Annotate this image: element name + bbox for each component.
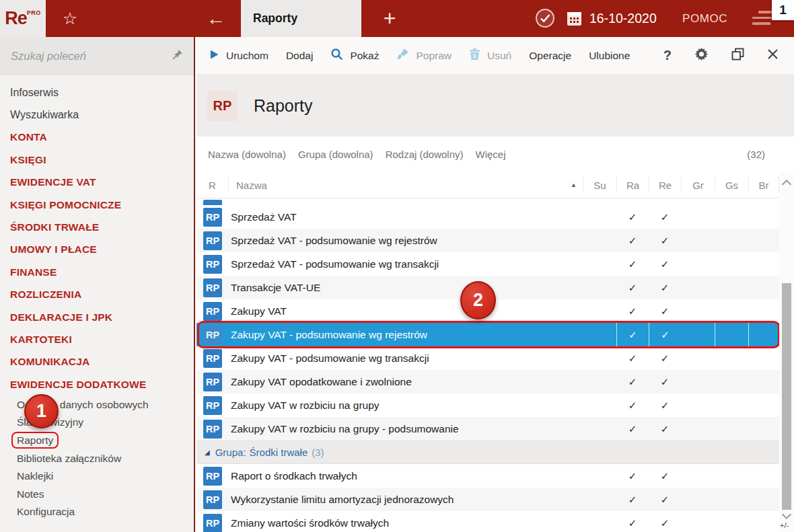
new-tab-button[interactable]: + [374, 0, 405, 37]
checkmark-icon: ✓ [649, 370, 681, 393]
status-check-circle-icon[interactable] [534, 7, 556, 32]
sidebar-item-umowy-i-place[interactable]: UMOWY I PŁACE [0, 239, 194, 261]
report-type-icon: RP [203, 467, 222, 486]
sidebar-item-slad-rewizyjny[interactable]: Ślad rewizyjny [0, 414, 194, 432]
table-row[interactable]: RPZmiany wartości środków trwałych✓✓ [196, 511, 779, 532]
filter-kind[interactable]: Rodzaj (dowolny) [386, 149, 464, 160]
column-header-nazwa[interactable]: Nazwa▲ [228, 177, 583, 193]
main-panel: UruchomDodajPokażPoprawUsuńOperacjeUlubi… [196, 37, 794, 532]
sidebar-item-ksiegi[interactable]: KSIĘGI [0, 149, 194, 171]
table-row[interactable]: RPSprzedaż VAT - podsumowanie wg rejestr… [196, 229, 779, 252]
table-row[interactable]: RPWykorzystanie limitu amortyzacji jedno… [196, 488, 779, 511]
sidebar-item-deklaracje-i-jpk[interactable]: DEKLARACJE I JPK [0, 306, 194, 328]
column-header-gs[interactable]: Gs [715, 177, 748, 193]
filter-group[interactable]: Grupa (dowolna) [298, 149, 373, 160]
sidebar-item-srodki-trwale[interactable]: ŚRODKI TRWAŁE [0, 216, 194, 238]
table-row-selected[interactable]: RPZakupy VAT - podsumowanie wg rejestrów… [196, 323, 779, 346]
column-header-br[interactable]: Br [748, 177, 779, 193]
sidebar-item-ewidencje-vat[interactable]: EWIDENCJE VAT [0, 172, 194, 194]
sidebar-item-label: Ochrona danych osobowych [17, 399, 149, 411]
table-row[interactable]: RPSprzedaż VAT✓✓ [196, 205, 779, 229]
help-button[interactable]: ? [652, 48, 683, 63]
settings-button[interactable] [683, 47, 720, 64]
close-button[interactable] [756, 48, 790, 63]
sidebar-item-label: Biblioteka załączników [17, 453, 121, 465]
vertical-scrollbar[interactable]: +/- [779, 173, 794, 532]
report-type-icon: RP [203, 302, 222, 321]
column-header-ra[interactable]: Ra [616, 177, 649, 193]
sidebar-item-ksiegi-pomocnicze[interactable]: KSIĘGI POMOCNICZE [0, 194, 194, 216]
sidebar-item-label: KARTOTEKI [10, 334, 72, 346]
sidebar-item-label: Wyszukiwarka [10, 109, 79, 121]
edit-button[interactable]: Popraw [388, 37, 460, 74]
table-row[interactable]: RPZakupy VAT w rozbiciu na grupy✓✓ [196, 393, 779, 417]
expand-collapse-label[interactable]: +/- [780, 521, 789, 529]
report-name: Zakupy VAT [222, 305, 583, 317]
column-header-gr[interactable]: Gr [681, 177, 715, 193]
cascade-windows-button[interactable] [720, 48, 756, 63]
cell-su [583, 323, 616, 346]
sidebar-item-infoserwis[interactable]: Infoserwis [0, 81, 194, 104]
group-row[interactable]: ◢Grupa:Środki trwałe(3) [196, 441, 779, 464]
column-header-su[interactable]: Su [583, 177, 616, 193]
sidebar-item-ochrona-danych-osobowych[interactable]: Ochrona danych osobowych [0, 395, 194, 414]
sidebar-item-finanse[interactable]: FINANSE [0, 261, 194, 283]
operations-button[interactable]: Operacje [520, 37, 580, 74]
sidebar-item-komunikacja[interactable]: KOMUNIKACJA [0, 351, 194, 373]
current-date[interactable]: 16-10-2020 [589, 0, 657, 37]
close-icon [767, 48, 779, 63]
back-arrow-button[interactable]: ← [199, 0, 233, 37]
calendar-icon[interactable] [567, 11, 582, 29]
pin-icon[interactable] [172, 49, 183, 63]
table-row[interactable]: RPTransakcje VAT-UE✓✓ [196, 276, 779, 299]
help-menu[interactable]: POMOC [682, 0, 727, 37]
table-row[interactable]: RPZakupy VAT - podsumowanie wg transakcj… [196, 346, 779, 370]
cell-gr [681, 205, 715, 229]
cell-br [748, 346, 779, 370]
filter-name[interactable]: Nazwa (dowolna) [208, 149, 286, 160]
table-row[interactable]: RPRaport o środkach trwałych✓✓ [196, 464, 779, 488]
sidebar-item-rozliczenia[interactable]: ROZLICZENIA [0, 284, 194, 306]
run-button[interactable]: Uruchom [201, 37, 277, 74]
scroll-down-icon[interactable] [782, 510, 791, 519]
table-row[interactable]: RPZakupy VAT w rozbiciu na grupy - podsu… [196, 417, 779, 441]
report-type-icon: RP [203, 208, 222, 227]
sort-ascending-icon[interactable]: ▲ [571, 182, 577, 188]
sidebar-item-wyszukiwarka[interactable]: Wyszukiwarka [0, 104, 194, 126]
sidebar-item-biblioteka-zalacznikow[interactable]: Biblioteka załączników [0, 449, 194, 467]
sidebar-item-kartoteki[interactable]: KARTOTEKI [0, 328, 194, 350]
sidebar-item-konta[interactable]: KONTA [0, 126, 194, 149]
filter-more[interactable]: Więcej [476, 149, 506, 160]
table-row[interactable]: RPSprzedaż VAT - podsumowanie wg transak… [196, 252, 779, 276]
sidebar-item-ewidencje-dodatkowe[interactable]: EWIDENCJE DODATKOWE [0, 373, 194, 395]
entity-type-badge: RP [207, 91, 238, 121]
sidebar-nav: InfoserwisWyszukiwarkaKONTAKSIĘGIEWIDENC… [0, 75, 194, 521]
add-button[interactable]: Dodaj [277, 37, 322, 74]
checkmark-icon: ✓ [616, 511, 649, 532]
report-name: Zakupy VAT - podsumowanie wg transakcji [222, 352, 583, 365]
cell-gs [715, 205, 748, 229]
sidebar-item-raporty[interactable]: Raporty [0, 432, 194, 450]
show-button[interactable]: Pokaż [322, 37, 388, 74]
checkmark-icon: ✓ [649, 511, 681, 532]
column-header-r[interactable]: R [196, 177, 228, 193]
delete-button[interactable]: Usuń [460, 37, 520, 74]
search-input[interactable] [11, 50, 172, 63]
scroll-up-icon[interactable] [782, 180, 791, 189]
scrollbar-thumb[interactable] [782, 283, 791, 510]
checkmark-icon: ✓ [616, 488, 649, 511]
help-icon: ? [663, 48, 672, 63]
column-header-re[interactable]: Re [649, 177, 681, 193]
tab-raporty[interactable]: Raporty [241, 0, 361, 37]
sidebar-item-notes[interactable]: Notes [0, 485, 194, 503]
table-row-partial[interactable]: RP [196, 198, 779, 205]
delete-button-label: Usuń [487, 50, 511, 62]
cascade-icon [731, 48, 744, 63]
favorites-button[interactable]: Ulubione [580, 37, 639, 74]
group-expanded-icon[interactable]: ◢ [205, 449, 210, 456]
sidebar-item-naklejki[interactable]: Naklejki [0, 467, 194, 486]
table-row[interactable]: RPZakupy VAT opodatkowane i zwolnione✓✓ [196, 370, 779, 393]
favorites-star-icon[interactable]: ☆ [57, 0, 83, 37]
sidebar-item-konfiguracja[interactable]: Konfiguracja [0, 503, 194, 521]
table-row[interactable]: RPZakupy VAT✓✓ [196, 299, 779, 323]
